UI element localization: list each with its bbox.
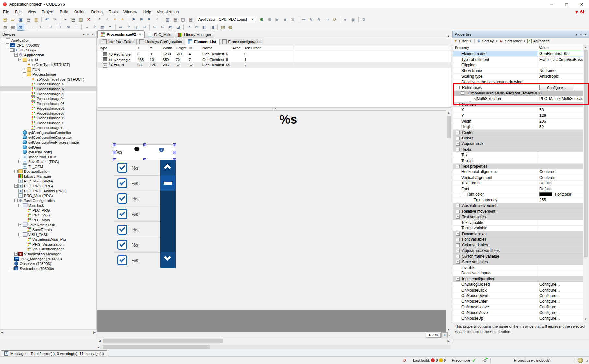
menu-item-visualization[interactable]: Visualization [154, 9, 181, 15]
bookmark-clear-icon[interactable]: ⚐ [153, 16, 160, 23]
checkbox-list-item[interactable]: %s [114, 206, 160, 222]
checkbox-list-item[interactable]: %s [114, 252, 160, 268]
tree-item-visu-task[interactable]: −VISU_TASK [0, 232, 96, 237]
property-value-cell[interactable] [537, 62, 584, 68]
property-row-appearance-variables[interactable]: +Appearance variables [453, 248, 584, 254]
visu-hotkeys-icon[interactable]: ▩ [9, 24, 17, 31]
property-row-height[interactable]: Height52 [453, 124, 584, 130]
property-value-cell[interactable]: PLC_Main.stMultiSelection [537, 96, 584, 101]
property-row-text-variables[interactable]: −Text variables [453, 214, 584, 220]
property-value-cell[interactable] [537, 136, 584, 141]
expand-icon[interactable]: + [456, 204, 460, 207]
menu-item-view[interactable]: View [25, 9, 39, 15]
property-value-cell[interactable]: 52 [537, 124, 584, 129]
tree-item-visualization-manager[interactable]: +▣Visualization Manager [0, 251, 96, 256]
run-to-cursor-icon[interactable]: ⇒ [323, 16, 330, 23]
collapse-icon[interactable]: − [18, 58, 22, 61]
library-dropdown-icon[interactable]: ▦ [172, 16, 179, 23]
print-icon[interactable]: ▤ [25, 16, 32, 23]
column-header-height[interactable]: Height [174, 45, 187, 51]
property-row-onmouseclick[interactable]: OnMouseClickConfigure... [453, 287, 584, 293]
collapse-icon[interactable]: − [10, 48, 14, 52]
stop-icon[interactable]: ■ [282, 16, 289, 23]
breakpoint-icon[interactable]: ● [342, 16, 349, 23]
property-row-references[interactable]: −ReferencesConfigure... [453, 85, 584, 90]
find-all-icon[interactable]: ⌖ [111, 16, 119, 23]
sort-by-button[interactable]: Sort by [482, 39, 494, 43]
collapse-icon[interactable]: − [23, 72, 26, 76]
property-value-cell[interactable]: Configure... [537, 299, 584, 304]
checkbox-list-item[interactable]: %s [114, 160, 160, 176]
tree-item-prg-visu-prg-[interactable]: ≣PRG_Visu (PRG) [0, 193, 96, 198]
align-bottom-icon[interactable]: ⊥ [73, 24, 80, 31]
column-header-name[interactable]: Name [201, 45, 231, 51]
tree-item-processimage05[interactable]: ProcessImage05 [0, 101, 96, 106]
chevron-down-icon[interactable]: ▼ [251, 18, 254, 21]
collapse-icon[interactable]: − [456, 148, 460, 151]
tree-item-processimage[interactable]: −ProcessImage [0, 72, 96, 77]
filter-button[interactable]: Filter [459, 39, 468, 43]
active-application-combobox[interactable]: Application [CPU: PLC Logic]▼ [197, 16, 256, 23]
property-value-cell[interactable]: Configure... [537, 293, 584, 298]
table-row[interactable]: <>#2 Frame581262065252GenElemInst_652 [98, 62, 451, 68]
collapse-icon[interactable]: − [456, 165, 460, 168]
selected-frame-element[interactable]: %s ⇕ [114, 144, 175, 160]
property-row-text-variable[interactable]: Text variable [453, 220, 584, 226]
property-row-dynamic-texts[interactable]: +Dynamic texts [453, 231, 584, 237]
collapse-icon[interactable]: − [6, 43, 9, 47]
property-value-cell[interactable] [537, 79, 584, 84]
send-back-icon[interactable]: ◪ [175, 24, 182, 31]
tree-item-gvlconfigurationcontroller[interactable]: gvlConfigurationController [0, 130, 96, 135]
reset-icon[interactable]: ↺ [331, 16, 338, 23]
property-value-cell[interactable]: Configure... [537, 315, 584, 321]
repair-icon[interactable]: ⚒ [289, 16, 296, 23]
advanced-checkbox[interactable]: ✓ [527, 39, 532, 43]
size-to-grid-icon[interactable]: ▦ [99, 24, 106, 31]
column-header-acce-[interactable]: Acce... [231, 45, 243, 51]
property-row-clipping[interactable]: Clipping [453, 62, 584, 68]
expand-icon[interactable]: + [10, 267, 14, 270]
messages-tab[interactable]: ≣ Messages - Total 0 error(s), 0 warning… [1, 350, 107, 357]
menu-item-window[interactable]: Window [121, 9, 140, 15]
close-icon[interactable]: ✕ [92, 33, 94, 36]
tree-item-processimage09[interactable]: ProcessImage09 [0, 120, 96, 125]
property-value-cell[interactable] [537, 147, 584, 152]
tree-item-processimage10[interactable]: ProcessImage10 [0, 125, 96, 130]
open-file-icon[interactable]: ▱ [9, 16, 17, 23]
collapse-icon[interactable]: − [18, 223, 22, 226]
find-next-icon[interactable]: ⌖ [104, 16, 111, 23]
chevron-down-icon[interactable]: ▾ [576, 33, 577, 36]
scroll-right-icon[interactable]: ▶ [93, 331, 96, 334]
tree-item-gvlconfigurationgenerator[interactable]: gvlConfigurationGenerator [0, 135, 96, 140]
pin-icon[interactable]: ⌖ [580, 32, 582, 36]
scroll-down-button[interactable] [160, 252, 176, 268]
resize-handle-ne[interactable] [173, 143, 176, 146]
tree-item-prg-visualization[interactable]: PRG_Visualization [0, 242, 96, 247]
resize-handle-n[interactable] [143, 143, 146, 146]
column-header-type[interactable]: Type [98, 45, 136, 51]
document-tab-processimage02[interactable]: ProcessImage02✕ [97, 30, 144, 38]
zoom-dropdown-icon[interactable]: ∨ [448, 334, 451, 337]
menu-item-online[interactable]: Online [71, 9, 88, 15]
property-row-state-variables[interactable]: −State variables [453, 259, 584, 265]
undo-icon[interactable]: ↶ [43, 16, 51, 23]
property-row-stmultiselection[interactable]: stMultiSelectionPLC_Main.stMultiSelectio… [453, 96, 584, 102]
tree-item-plc-prg-prg-[interactable]: +≣PLC_PRG (PRG) [0, 183, 96, 188]
tree-item-saveretaintask[interactable]: −SaveRetainTask [0, 222, 96, 227]
property-value-cell[interactable]: Default [537, 181, 584, 186]
value-column-header[interactable]: Value [537, 45, 550, 51]
tree-item-systembus-705000-[interactable]: +▥Systembus (705000) [0, 266, 96, 271]
bring-front-icon[interactable]: ◩ [167, 24, 174, 31]
scrollbar-thumb[interactable] [584, 50, 588, 257]
property-row-texts[interactable]: −Texts [453, 147, 584, 152]
expand-icon[interactable]: + [456, 137, 460, 140]
property-row-font[interactable]: FontDefault [453, 186, 584, 192]
menu-item-tools[interactable]: Tools [106, 9, 121, 15]
property-value-cell[interactable] [537, 102, 584, 107]
tree-item-processimage02[interactable]: ProcessImage02 [0, 86, 96, 91]
property-row-onmouseleave[interactable]: OnMouseLeaveConfigure... [453, 304, 584, 310]
property-row-jcmpvisubasic-multiselectionelementdirect[interactable]: −JCmpVisuBasic.MultiSelectionElementDire… [453, 91, 584, 96]
property-value-cell[interactable]: 0 [537, 91, 584, 96]
visualization-canvas[interactable]: %s %s ⇕ %s%s%s%s%s%s%s [97, 110, 446, 332]
tree-item-library-manager[interactable]: Library Manager [0, 174, 96, 179]
